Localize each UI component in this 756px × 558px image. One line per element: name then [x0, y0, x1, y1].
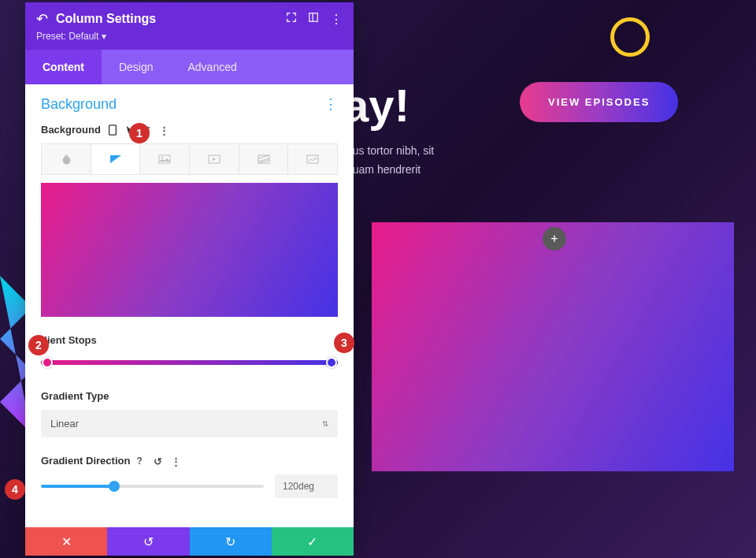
tab-design[interactable]: Design: [102, 50, 171, 84]
annotation-badge-2: 2: [28, 335, 49, 355]
panel-title: Column Settings: [56, 12, 156, 26]
back-icon[interactable]: ↶: [36, 10, 48, 28]
annotation-badge-4: 4: [5, 479, 25, 500]
reset-icon[interactable]: ↺: [154, 456, 165, 467]
paragraph-line: rius tortor nibh, sit: [346, 142, 434, 161]
section-options-icon[interactable]: ⋮: [324, 95, 338, 113]
bg-type-color[interactable]: [42, 144, 91, 174]
plus-icon: +: [550, 232, 558, 246]
panel-footer: ✕ ↺ ↻ ✓: [25, 527, 354, 556]
chevron-down-icon: ⇅: [322, 419, 328, 428]
gradient-stop-start[interactable]: [42, 357, 53, 368]
gradient-stop-end[interactable]: [326, 357, 337, 368]
redo-button[interactable]: ↻: [190, 527, 272, 556]
label-text: Gradient Type: [41, 390, 109, 402]
undo-icon: ↺: [143, 534, 154, 549]
help-icon[interactable]: ?: [136, 456, 147, 467]
add-module-button[interactable]: +: [543, 227, 566, 251]
svg-rect-2: [109, 125, 116, 134]
check-icon: ✓: [307, 534, 317, 549]
bg-type-video[interactable]: [190, 144, 239, 174]
settings-panel: ↶ Column Settings ⋮ Preset: Default ▾ Co…: [25, 2, 354, 556]
section-title-text: Background: [41, 96, 117, 113]
background-field-label: Background ↺ ⋮: [41, 124, 338, 136]
settings-tabs: Content Design Advanced: [25, 50, 354, 84]
close-icon: ✕: [61, 534, 72, 549]
redo-icon: ↻: [225, 534, 235, 549]
panel-content: Background ⋮ Background ↺ ⋮ dient Stops: [25, 84, 354, 527]
background-type-tabs: [41, 143, 338, 175]
label-text: dient Stops: [41, 334, 97, 346]
bg-type-pattern[interactable]: [239, 144, 289, 174]
page-paragraph: rius tortor nibh, sit quam hendrerit: [346, 142, 434, 180]
view-episodes-button[interactable]: VIEW EPISODES: [520, 82, 678, 122]
gradient-direction-label: Gradient Direction ? ↺ ⋮: [41, 455, 338, 467]
slider-handle[interactable]: [109, 481, 120, 492]
preset-selector[interactable]: Preset: Default ▾: [36, 31, 343, 42]
gradient-type-select[interactable]: Linear ⇅: [41, 410, 338, 437]
paragraph-line: quam hendrerit: [346, 161, 434, 180]
section-background-title: Background ⋮: [41, 95, 338, 113]
gradient-stops-slider[interactable]: [41, 357, 338, 368]
svg-rect-0: [309, 13, 318, 21]
save-button[interactable]: ✓: [272, 527, 354, 556]
label-text: Background: [41, 124, 101, 136]
responsive-icon[interactable]: [308, 12, 319, 23]
gradient-type-label: Gradient Type: [41, 390, 338, 402]
gradient-track: [41, 360, 338, 365]
bg-type-image[interactable]: [140, 144, 190, 174]
tab-advanced[interactable]: Advanced: [170, 50, 254, 84]
bg-type-mask[interactable]: [288, 144, 337, 174]
direction-input[interactable]: [275, 474, 338, 498]
tablet-icon[interactable]: [107, 125, 118, 136]
options-icon[interactable]: ⋮: [159, 125, 170, 136]
bg-type-gradient[interactable]: [91, 144, 141, 174]
cancel-button[interactable]: ✕: [25, 527, 107, 556]
gradient-preview: [41, 183, 338, 317]
undo-button[interactable]: ↺: [107, 527, 189, 556]
slider-fill: [41, 485, 114, 488]
column-preview[interactable]: [372, 222, 734, 471]
annotation-badge-3: 3: [334, 333, 354, 353]
options-icon[interactable]: ⋮: [171, 456, 182, 467]
select-value: Linear: [50, 418, 79, 430]
svg-point-5: [161, 157, 163, 158]
menu-icon[interactable]: ⋮: [330, 12, 343, 27]
tab-content[interactable]: Content: [25, 50, 102, 84]
decorative-circle: [610, 17, 650, 57]
direction-slider[interactable]: [41, 478, 264, 494]
panel-header: ↶ Column Settings ⋮ Preset: Default ▾: [25, 2, 354, 50]
svg-rect-4: [159, 155, 170, 163]
annotation-badge-1: 1: [129, 123, 150, 143]
fullscreen-icon[interactable]: [286, 12, 297, 23]
gradient-stops-label: dient Stops: [41, 334, 338, 346]
label-text: Gradient Direction: [41, 455, 130, 467]
